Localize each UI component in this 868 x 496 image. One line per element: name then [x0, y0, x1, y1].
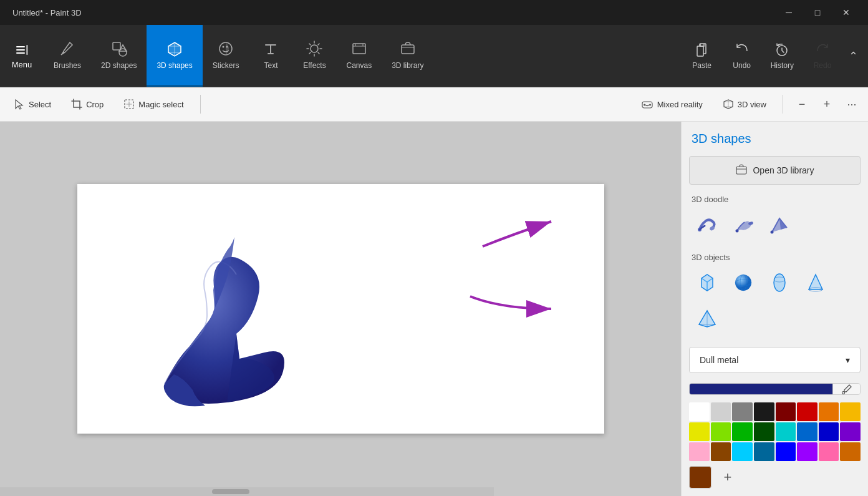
- color-cell[interactable]: [797, 422, 817, 441]
- history-button[interactable]: History: [763, 25, 801, 87]
- zoom-out-button[interactable]: −: [791, 93, 813, 115]
- select-tool[interactable]: Select: [5, 95, 60, 114]
- scrollbar-thumb: [212, 489, 249, 494]
- 2dshapes-label: 2D shapes: [101, 61, 137, 70]
- color-cell[interactable]: [711, 402, 731, 421]
- capsule-object-icon[interactable]: [764, 267, 795, 298]
- color-cell[interactable]: [689, 402, 710, 421]
- paste-button[interactable]: Paste: [683, 25, 721, 87]
- text-label: Text: [264, 61, 277, 70]
- redo-button[interactable]: Redo: [804, 25, 841, 87]
- custom-color-swatch[interactable]: [689, 466, 711, 489]
- zoom-in-button[interactable]: +: [816, 93, 838, 115]
- crop-tool[interactable]: Crop: [62, 95, 112, 114]
- close-button[interactable]: ✕: [832, 0, 861, 25]
- material-dropdown[interactable]: Dull metal ▾: [689, 347, 861, 373]
- brushes-label: Brushes: [54, 61, 81, 70]
- color-cell[interactable]: [776, 422, 796, 441]
- minimize-button[interactable]: ─: [774, 0, 803, 25]
- toolbar-item-3dlibrary[interactable]: 3D library: [382, 25, 433, 87]
- maximize-button[interactable]: □: [803, 0, 832, 25]
- pyramid-object-icon[interactable]: [692, 303, 723, 334]
- select-label: Select: [29, 100, 51, 109]
- color-cell[interactable]: [754, 402, 774, 421]
- toolbar-item-brushes[interactable]: Brushes: [44, 25, 91, 87]
- color-cell[interactable]: [711, 442, 731, 461]
- color-cell[interactable]: [732, 402, 753, 421]
- svg-rect-12: [402, 45, 414, 54]
- eyedropper-icon: [841, 383, 853, 395]
- canvas-area[interactable]: [0, 122, 681, 496]
- undo-button[interactable]: Undo: [723, 25, 761, 87]
- selected-color-swatch[interactable]: [689, 383, 861, 395]
- canvas-label: Canvas: [346, 61, 372, 70]
- crop-icon: [71, 99, 82, 110]
- title-bar: Untitled* - Paint 3D ─ □ ✕: [0, 0, 868, 25]
- color-cell[interactable]: [776, 442, 796, 461]
- add-color-button[interactable]: +: [716, 466, 739, 489]
- toolbar-item-3dshapes[interactable]: 3D shapes: [147, 25, 202, 87]
- color-cell[interactable]: [711, 422, 731, 441]
- doodle-section-label: 3D doodle: [682, 190, 868, 207]
- stickers-label: Stickers: [213, 61, 239, 70]
- svg-rect-0: [16, 46, 25, 47]
- horizontal-scrollbar[interactable]: [0, 487, 494, 496]
- color-cell[interactable]: [819, 422, 839, 441]
- color-cell[interactable]: [754, 422, 774, 441]
- color-cell[interactable]: [689, 442, 710, 461]
- history-label: History: [771, 61, 794, 70]
- toolbar-item-canvas[interactable]: Canvas: [336, 25, 382, 87]
- right-panel: 3D shapes Open 3D library 3D doodle: [681, 122, 868, 496]
- toolbar-item-text[interactable]: Text: [249, 25, 292, 87]
- 2dshapes-icon: [110, 40, 128, 57]
- 3dview-button[interactable]: 3D view: [714, 95, 775, 114]
- library-icon: [735, 164, 748, 177]
- doodle-tube-icon[interactable]: [692, 209, 723, 240]
- brush-icon: [59, 40, 76, 57]
- panel-title: 3D shapes: [682, 122, 868, 151]
- color-cell[interactable]: [797, 402, 817, 421]
- collapse-ribbon-button[interactable]: ⌃: [844, 44, 863, 68]
- color-cell[interactable]: [819, 402, 839, 421]
- canvas-background: [0, 122, 681, 496]
- color-cell[interactable]: [840, 422, 861, 441]
- subtool-separator-2: [783, 95, 783, 114]
- doodle-sharp-icon[interactable]: [764, 209, 795, 240]
- undo-icon: [735, 42, 750, 57]
- sphere-object-icon[interactable]: [728, 267, 759, 298]
- color-cell[interactable]: [754, 442, 774, 461]
- svg-rect-1: [16, 49, 25, 51]
- paste-icon: [695, 42, 710, 57]
- text-icon: [262, 40, 279, 57]
- color-cell[interactable]: [819, 442, 839, 461]
- color-cell[interactable]: [840, 442, 861, 461]
- color-cell[interactable]: [840, 402, 861, 421]
- cone-object-icon[interactable]: [800, 267, 831, 298]
- color-cell[interactable]: [689, 422, 710, 441]
- color-cell[interactable]: [797, 442, 817, 461]
- 3d-shape: [115, 209, 333, 421]
- svg-point-27: [771, 231, 774, 234]
- color-cell[interactable]: [732, 442, 753, 461]
- 3dlibrary-icon: [399, 40, 417, 57]
- toolbar-item-2dshapes[interactable]: 2D shapes: [91, 25, 147, 87]
- cube-object-icon[interactable]: [692, 267, 723, 298]
- open-3dlibrary-button[interactable]: Open 3D library: [689, 156, 861, 185]
- toolbar-right: Paste Undo History Redo ⌃: [683, 25, 868, 87]
- magic-select-tool[interactable]: Magic select: [115, 95, 192, 114]
- mixed-reality-button[interactable]: Mixed reality: [632, 94, 711, 114]
- subtoolbar: Select Crop Magic select Mixed reality: [0, 87, 868, 122]
- color-cell[interactable]: [776, 402, 796, 421]
- canvas-white[interactable]: [77, 184, 604, 434]
- toolbar: Menu Brushes 2D shapes 3D sh: [0, 25, 868, 87]
- mixed-reality-label: Mixed reality: [657, 100, 703, 109]
- more-options-button[interactable]: ···: [841, 93, 863, 115]
- eyedropper-button[interactable]: [832, 384, 860, 394]
- doodle-flat-icon[interactable]: [728, 209, 759, 240]
- svg-rect-11: [353, 44, 365, 54]
- toolbar-item-stickers[interactable]: Stickers: [203, 25, 249, 87]
- menu-button[interactable]: Menu: [0, 25, 44, 87]
- color-cell[interactable]: [732, 422, 753, 441]
- toolbar-item-effects[interactable]: Effects: [292, 25, 336, 87]
- svg-rect-22: [736, 167, 746, 174]
